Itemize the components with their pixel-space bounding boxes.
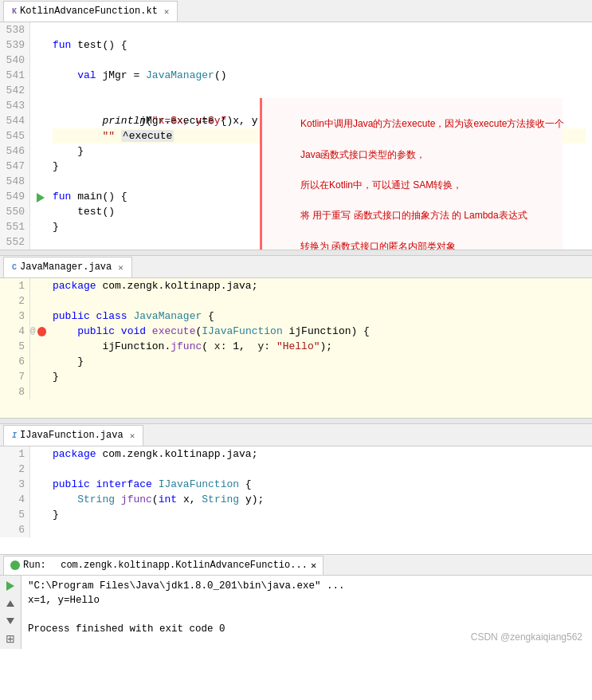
- kotlin-gutter: [30, 22, 46, 250]
- run-tab-close[interactable]: ✕: [311, 560, 316, 572]
- code-line-549: fun main() {: [53, 189, 586, 204]
- ijava-tab-label: IJavaFunction.java: [20, 430, 123, 441]
- if-line-4: String jfunc(int x, String y);: [53, 492, 586, 507]
- run-output-line-1: x=1, y=Hello: [28, 593, 586, 608]
- ijava-gutter: [30, 446, 46, 537]
- jm-line-3: public class JavaManager {: [53, 309, 586, 324]
- down-arrow-icon: [6, 618, 14, 624]
- up-arrow-icon: [6, 600, 14, 607]
- ijava-tab[interactable]: I IJavaFunction.java ✕: [3, 425, 143, 446]
- kotlin-file-panel: K KotlinAdvanceFunction.kt ✕ 538 539 540…: [0, 0, 592, 250]
- jm-line-5: ijFunction.jfunc( x: 1, y: "Hello");: [53, 339, 586, 354]
- if-line-2: [53, 462, 586, 477]
- if-line-6: [53, 522, 586, 537]
- code-line-551: }: [53, 219, 586, 234]
- panel-separator-2: [0, 418, 592, 424]
- java-manager-code-content: package com.zengk.koltinapp.java; public…: [46, 278, 592, 399]
- run-tab-label: Run:: [23, 560, 57, 571]
- dump-icon: ⊞: [6, 632, 15, 645]
- breakpoint-at: @: [30, 324, 36, 339]
- jm-line-7: }: [53, 369, 586, 384]
- dump-button[interactable]: ⊞: [3, 631, 18, 646]
- java-manager-icon: C: [12, 263, 17, 272]
- ijava-tab-bar[interactable]: I IJavaFunction.java ✕: [0, 424, 592, 446]
- kotlin-code-panel: 538 539 540 541 542 543 544 545 546 547 …: [0, 22, 592, 250]
- code-line-543: jMgr.execute { x, y -> Kotlin中调用Java的方法e…: [53, 98, 586, 113]
- kotlin-tab[interactable]: K KotlinAdvanceFunction.kt ✕: [3, 1, 178, 22]
- ijava-tab-close[interactable]: ✕: [130, 431, 135, 441]
- run-output: "C:\Program Files\Java\jdk1.8.0_201\bin\…: [22, 576, 592, 639]
- code-line-552: [53, 234, 586, 250]
- code-line-540: [53, 53, 586, 68]
- java-manager-gutter: @: [30, 278, 46, 399]
- watermark: CSDN @zengkaiqiang562: [471, 631, 582, 643]
- code-line-541: val jMgr = JavaManager(): [53, 68, 586, 83]
- code-line-547: }: [53, 159, 586, 174]
- code-line-548: [53, 174, 586, 189]
- run-panel: Run: com.zengk.koltinapp.KotlinAdvanceFu…: [0, 555, 592, 649]
- kotlin-tab-label: KotlinAdvanceFunction.kt: [20, 6, 158, 17]
- ijava-function-panel: I IJavaFunction.java ✕ 1 2 3 4 5 6: [0, 424, 592, 554]
- kotlin-code-area: 538 539 540 541 542 543 544 545 546 547 …: [0, 22, 592, 250]
- if-line-5: }: [53, 507, 586, 522]
- java-manager-panel: C JavaManager.java ✕ 1 2 3 4 5 6 7 8: [0, 256, 592, 418]
- run-toolbar: ⊞: [0, 576, 22, 649]
- if-line-1: package com.zengk.koltinapp.java;: [53, 446, 586, 462]
- kotlin-icon: K: [12, 7, 17, 16]
- ijava-line-numbers: 1 2 3 4 5 6: [0, 446, 30, 537]
- code-line-546: }: [53, 144, 586, 159]
- ijava-code-panel: 1 2 3 4 5 6 package com.zengk.koltinapp.…: [0, 446, 592, 554]
- code-line-550: test(): [53, 204, 586, 219]
- ijava-code-content: package com.zengk.koltinapp.java; public…: [46, 446, 592, 537]
- java-manager-tab-label: JavaManager.java: [20, 262, 112, 273]
- run-output-line-2: [28, 608, 586, 622]
- run-tab-bar[interactable]: Run: com.zengk.koltinapp.KotlinAdvanceFu…: [0, 555, 592, 576]
- kotlin-code-content: fun test() { val jMgr = JavaManager() jM…: [46, 22, 592, 250]
- run-play-button[interactable]: [3, 579, 18, 593]
- run-icon: [10, 560, 20, 570]
- kotlin-tab-bar[interactable]: K KotlinAdvanceFunction.kt ✕: [0, 0, 592, 22]
- jm-line-8: [53, 384, 586, 399]
- jm-line-2: [53, 293, 586, 309]
- run-cmd-line: "C:\Program Files\Java\jdk1.8.0_201\bin\…: [28, 579, 586, 593]
- jm-line-4: public void execute(IJavaFunction ijFunc…: [53, 324, 586, 339]
- panel-separator-1: [0, 250, 592, 256]
- code-line-542: [53, 83, 586, 98]
- jm-line-6: }: [53, 354, 586, 369]
- kotlin-line-numbers: 538 539 540 541 542 543 544 545 546 547 …: [0, 22, 30, 250]
- java-manager-tab-bar[interactable]: C JavaManager.java ✕: [0, 256, 592, 278]
- scroll-up-button[interactable]: [3, 596, 18, 611]
- code-line-544: println("x=$x, y=$y"): [53, 113, 586, 128]
- java-manager-line-numbers: 1 2 3 4 5 6 7 8: [0, 278, 30, 399]
- kotlin-tab-close[interactable]: ✕: [164, 6, 170, 17]
- breakpoint-dot: [37, 327, 46, 336]
- java-manager-tab[interactable]: C JavaManager.java ✕: [3, 257, 132, 277]
- exec-arrow: [37, 193, 45, 203]
- java-manager-tab-close[interactable]: ✕: [118, 262, 123, 273]
- if-line-3: public interface IJavaFunction {: [53, 477, 586, 492]
- scroll-down-button[interactable]: [3, 614, 18, 628]
- play-icon: [6, 581, 14, 591]
- code-line-545: "" ^execute: [53, 128, 586, 144]
- java-manager-code-area: 1 2 3 4 5 6 7 8 @: [0, 278, 592, 399]
- code-line-539: fun test() {: [53, 37, 586, 53]
- run-tab-name: com.zengk.koltinapp.KotlinAdvanceFunctio…: [61, 560, 308, 571]
- code-line-538: [53, 22, 586, 37]
- ijava-icon: I: [12, 431, 17, 440]
- run-tab[interactable]: Run: com.zengk.koltinapp.KotlinAdvanceFu…: [3, 556, 323, 575]
- java-manager-code-panel: 1 2 3 4 5 6 7 8 @: [0, 278, 592, 418]
- jm-line-1: package com.zengk.koltinapp.java;: [53, 278, 586, 293]
- ijava-code-area: 1 2 3 4 5 6 package com.zengk.koltinapp.…: [0, 446, 592, 537]
